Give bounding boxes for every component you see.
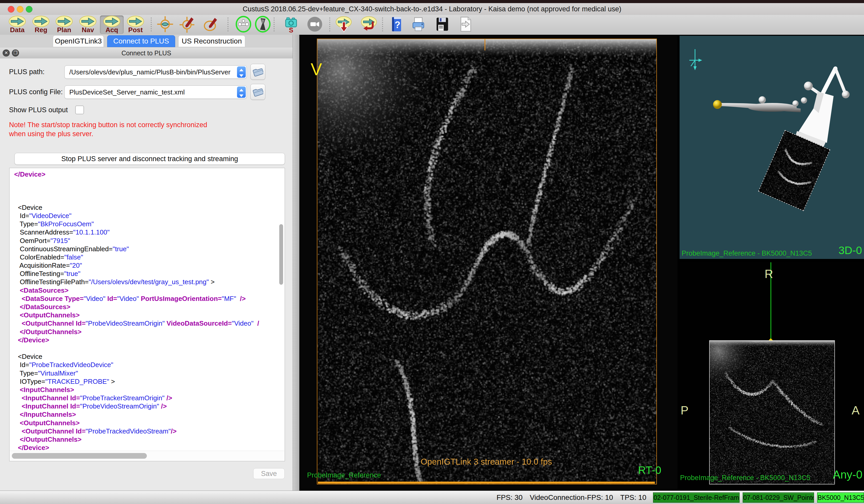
workflow-postprocessing-label: Post [124,27,147,33]
chevron-up-down-icon [239,88,244,98]
horizontal-scrollbar-thumb[interactable] [12,453,147,459]
floppy-disk-icon [433,15,451,33]
plus-path-browse-button[interactable] [250,64,265,80]
tab-us-reconstruction[interactable]: US Reconstruction [178,35,245,47]
svg-text:S: S [289,26,293,33]
show-plus-output-checkbox[interactable] [75,106,84,114]
warning-note-line1: Note! The start/stop tracking button is … [9,121,207,129]
combo-spinner[interactable] [237,86,246,98]
pointer-tool-model [713,96,807,112]
xml-code: </Device> <Device Id="VideoDevice" Type=… [14,170,277,452]
document-arrow-icon [456,15,474,33]
screen-top-strip [0,0,864,3]
any-plane-view[interactable]: R P A ProbeImage_Reference - BK5000_N13C… [680,262,864,491]
tool-status-badge-pointer: 07-081-0229_SW_Pointer [743,492,814,503]
stream-status-label: OpenIGTLink 3 streamer - 10.0 fps [370,457,602,467]
import-stream-button[interactable] [332,15,356,34]
workflow-navigation-label: Nav [76,27,100,33]
video-camera-icon [306,15,324,33]
plus-config-label: PLUS config File: [9,88,63,96]
ultrasound-frame-bottom-edge [318,482,655,484]
sample-point-button[interactable] [176,15,200,34]
save-desktop-button[interactable] [430,15,454,34]
tab-openigtlink3[interactable]: OpenIGTLink3 [53,35,104,47]
folder-icon [252,86,263,97]
three-d-scene [680,36,864,259]
plus-config-xml-editor[interactable]: </Device> <Device Id="VideoDevice" Type=… [9,168,285,461]
tool-status-badge-probe: BK5000_N13C5 [817,492,864,503]
toolbar-separator [151,17,152,32]
reference-frame-icon [235,15,252,33]
tab-strip: OpenIGTLink3 Connect to PLUS US Reconstr… [0,35,293,48]
vertical-scrollbar-thumb[interactable] [279,224,283,285]
orientation-letter-v: V [311,60,322,79]
printer-icon [410,15,427,33]
plus-config-browse-button[interactable] [250,84,265,100]
svg-text:?: ? [395,20,400,30]
toolbar-separator [227,17,228,32]
quit-application-button[interactable] [453,15,477,34]
reference-label: ProbeImage_Reference - BK5000_N13C5 [680,474,811,482]
workflow-navigation-button[interactable]: Nav [76,15,100,34]
workflow-arrow-icon [103,15,120,27]
chevron-up-down-icon [239,68,244,78]
screenshot-button[interactable]: S [279,15,303,34]
view-name-label: 3D-0 [829,244,862,257]
arrow-return-icon [360,15,377,33]
orientation-letter-a: A [852,403,860,417]
sample-circle-button[interactable] [199,15,223,34]
workflow-arrow-icon [33,15,49,27]
workflow-acquisition-button[interactable]: Acq [100,15,124,34]
help-button[interactable]: ? [385,15,409,34]
fps-indicator: FPS: 30 [496,493,523,502]
crosshair-pen-icon [179,15,197,33]
view-name-label: RT-0 [629,464,661,477]
plus-config-combobox[interactable]: PlusDeviceSet_Server_namic_test.xml [64,85,247,99]
arrow-down-stream-icon [335,15,352,33]
realtime-ultrasound-view[interactable]: V OpenIGTLink 3 streamer - 10.0 fps Prob… [299,36,677,489]
workflow-arrow-icon [127,15,144,27]
plus-path-combobox[interactable]: /Users/olevs/dev/plus_namic/PlusB-bin/bi… [64,65,247,79]
application-window: CustusS 2018.06.25-dev+feature_CX-340-sw… [0,0,864,504]
workflow-arrow-icon [9,15,26,27]
ultrasound-image [317,39,656,484]
tab-connect-to-plus[interactable]: Connect to PLUS [107,35,175,47]
panel-title: Connect to PLUS [0,48,293,59]
plus-path-value: /Users/olevs/dev/plus_namic/PlusB-bin/bi… [69,66,235,78]
three-d-view[interactable]: ProbeImage_Reference - BK5000_N13C5 3D-0 [680,36,864,259]
workflow-acquisition-label: Acq [100,27,124,33]
plus-path-label: PLUS path: [9,68,45,76]
show-plus-output-label: Show PLUS output [9,106,68,114]
view-name-label: Any-0 [820,468,862,481]
camera-icon: S [282,15,300,33]
video-connection-fps-indicator: VideoConnection-FPS: 10 [530,493,613,502]
workflow-postprocessing-button[interactable]: Post [124,15,147,34]
orientation-letter-r: R [765,267,773,281]
record-video-button[interactable] [303,15,327,34]
ultrasound-image-frame [317,39,657,484]
workflow-planning-button[interactable]: Plan [52,15,76,34]
print-button[interactable] [407,15,430,34]
probe-tool-button[interactable] [251,15,275,34]
return-stream-button[interactable] [357,15,381,34]
workflow-registration-button[interactable]: Reg [29,15,53,34]
toolbar-separator [274,17,275,32]
workflow-registration-label: Reg [29,27,53,33]
stop-plus-server-button[interactable]: Stop PLUS server and disconnect tracking… [14,153,285,165]
main-toolbar: Data Reg Plan Nav Acq Post [0,15,864,35]
workflow-planning-label: Plan [52,27,76,33]
workflow-arrow-icon [79,15,96,27]
horizontal-scrollbar [10,451,284,461]
combo-spinner[interactable] [237,66,246,78]
save-button[interactable]: Save [253,468,285,479]
workflow-data-button[interactable]: Data [5,15,29,34]
workflow-data-label: Data [5,27,29,33]
tps-indicator: TPS: 10 [620,493,646,502]
toolbar-separator [329,17,330,32]
ultrasound-slice-image [710,341,835,484]
panel-splitter[interactable] [293,35,300,491]
ultrasound-slice-frame [709,340,835,484]
center-image-button[interactable] [153,15,177,34]
axis-indicator-icon [689,49,701,69]
plus-config-value: PlusDeviceSet_Server_namic_test.xml [69,86,235,99]
